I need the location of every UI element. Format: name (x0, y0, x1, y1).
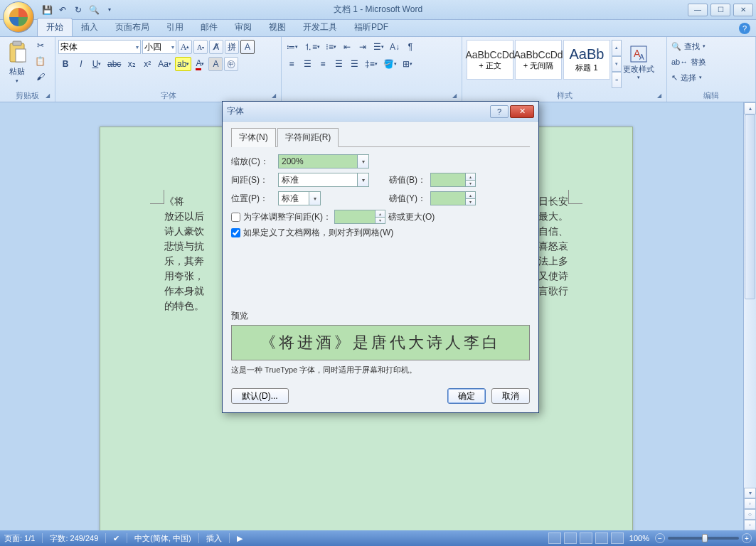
tab-page-layout[interactable]: 页面布局 (107, 18, 158, 36)
view-print-layout[interactable] (548, 532, 561, 544)
styles-dialog-launcher[interactable]: ◢ (656, 92, 665, 100)
status-macro-icon[interactable]: ▶ (237, 534, 243, 543)
view-draft[interactable] (611, 532, 624, 544)
scroll-up-button[interactable]: ▴ (744, 102, 756, 114)
tab-insert[interactable]: 插入 (73, 18, 107, 36)
position-combo[interactable]: 标准 ▾ (278, 191, 321, 205)
qat-save[interactable]: 💾 (40, 3, 54, 17)
office-button[interactable] (3, 1, 34, 33)
qat-customize[interactable]: ▾ (102, 3, 117, 17)
dialog-tab-font[interactable]: 字体(N) (231, 128, 276, 147)
maximize-button[interactable]: ☐ (710, 4, 730, 16)
align-left-button[interactable]: ≡ (284, 57, 299, 71)
scroll-thumb[interactable] (745, 114, 755, 299)
next-page-button[interactable]: ◦ (744, 520, 756, 530)
line-spacing-button[interactable]: ‡≡▾ (363, 57, 380, 71)
vertical-scrollbar[interactable]: ▴ ▾ ◦ ○ ◦ (743, 102, 756, 530)
decrease-indent-button[interactable]: ⇤ (340, 40, 354, 54)
shading-button[interactable]: 🪣▾ (381, 57, 399, 71)
help-icon[interactable]: ? (739, 23, 750, 34)
view-outline[interactable] (595, 532, 608, 544)
font-dialog-launcher[interactable]: ◢ (271, 92, 279, 100)
tab-mailings[interactable]: 邮件 (192, 18, 226, 36)
style-scroll-up[interactable]: ▴ (612, 40, 622, 56)
spin-down[interactable]: ▾ (465, 181, 475, 187)
bold-button[interactable]: B (58, 57, 73, 71)
numbering-button[interactable]: ⒈≡▾ (302, 40, 322, 54)
scroll-down-button[interactable]: ▾ (744, 488, 756, 498)
select-button[interactable]: ↖选择▾ (670, 70, 752, 85)
style-heading-1[interactable]: AaBb 标题 1 (563, 40, 610, 80)
qat-print-preview[interactable]: 🔍 (87, 3, 101, 17)
zoom-slider[interactable] (668, 537, 739, 540)
close-button[interactable]: ✕ (733, 4, 753, 16)
show-hide-button[interactable]: ¶ (403, 40, 417, 54)
spin-up[interactable]: ▴ (465, 192, 475, 199)
dialog-tab-character-spacing[interactable]: 字符间距(R) (277, 128, 339, 147)
bullets-button[interactable]: ≔▾ (284, 40, 300, 54)
paste-button[interactable]: 粘贴 ▾ (3, 38, 31, 85)
sort-button[interactable]: A↓ (388, 40, 402, 54)
zoom-out-button[interactable]: − (655, 533, 665, 543)
view-web-layout[interactable] (580, 532, 592, 544)
dialog-help-button[interactable]: ? (490, 105, 509, 118)
character-border-button[interactable]: A (240, 40, 255, 54)
status-proofing-icon[interactable]: ✔ (113, 534, 119, 543)
align-right-button[interactable]: ≡ (316, 57, 330, 71)
zoom-in-button[interactable]: + (742, 533, 752, 543)
change-styles-button[interactable]: AA 更改样式 ▾ (623, 38, 654, 85)
tab-review[interactable]: 审阅 (226, 18, 260, 36)
spin-down[interactable]: ▾ (465, 199, 475, 205)
subscript-button[interactable]: x₂ (124, 57, 139, 71)
status-words[interactable]: 字数: 249/249 (50, 533, 98, 544)
font-color-button[interactable]: A▾ (193, 57, 207, 71)
multilevel-list-button[interactable]: ⁝≡▾ (324, 40, 339, 54)
qat-redo[interactable]: ↻ (71, 3, 85, 17)
zoom-level[interactable]: 100% (629, 534, 649, 542)
style-scroll-down[interactable]: ▾ (612, 56, 622, 73)
grow-font-button[interactable]: A▴ (178, 40, 192, 54)
underline-button[interactable]: U▾ (90, 57, 104, 71)
clear-formatting-button[interactable]: A̸ (209, 40, 223, 54)
shrink-font-button[interactable]: A▾ (193, 40, 208, 54)
dialog-close-button[interactable]: ✕ (510, 105, 534, 118)
font-name-combo[interactable]: 宋体▾ (58, 40, 141, 54)
distribute-button[interactable]: ☰ (347, 57, 361, 71)
tab-view[interactable]: 视图 (260, 18, 294, 36)
spin-down[interactable]: ▾ (375, 218, 385, 224)
tab-foxit-pdf[interactable]: 福昕PDF (346, 18, 397, 36)
strikethrough-button[interactable]: abc (105, 57, 123, 71)
style-no-spacing[interactable]: AaBbCcDd + 无间隔 (515, 40, 562, 80)
increase-indent-button[interactable]: ⇥ (356, 40, 370, 54)
browse-object-button[interactable]: ○ (744, 509, 756, 520)
prev-page-button[interactable]: ◦ (744, 498, 756, 509)
tab-developer[interactable]: 开发工具 (294, 18, 346, 36)
tab-references[interactable]: 引用 (158, 18, 192, 36)
spin-up[interactable]: ▴ (465, 173, 475, 181)
status-insert-mode[interactable]: 插入 (206, 533, 222, 544)
scale-combo[interactable]: 200% ▾ (278, 154, 369, 168)
tab-home[interactable]: 开始 (37, 18, 73, 36)
style-normal[interactable]: AaBbCcDd + 正文 (467, 40, 513, 80)
replace-button[interactable]: ab↔替换 (670, 54, 752, 70)
style-gallery-more[interactable]: ≡ (612, 72, 622, 88)
asian-layout-button[interactable]: ☰▾ (371, 40, 386, 54)
align-center-button[interactable]: ☰ (300, 57, 314, 71)
ok-button[interactable]: 确定 (447, 388, 486, 404)
clipboard-dialog-launcher[interactable]: ◢ (45, 92, 53, 100)
format-painter-button[interactable]: 🖌 (33, 70, 48, 84)
default-button[interactable]: 默认(D)... (231, 388, 289, 404)
cut-button[interactable]: ✂ (33, 38, 48, 53)
status-language[interactable]: 中文(简体, 中国) (134, 533, 191, 544)
justify-button[interactable]: ☰ (331, 57, 346, 71)
italic-button[interactable]: I (74, 57, 88, 71)
superscript-button[interactable]: x² (140, 57, 154, 71)
paragraph-dialog-launcher[interactable]: ◢ (452, 92, 460, 100)
highlight-button[interactable]: ab▾ (175, 57, 191, 71)
spacing-combo[interactable]: 标准 ▾ (278, 173, 369, 187)
view-full-screen[interactable] (564, 532, 577, 544)
position-pt-spinner[interactable]: ▴▾ (430, 191, 476, 205)
spacing-pt-spinner[interactable]: ▴▾ (430, 173, 476, 187)
qat-undo[interactable]: ↶ (55, 3, 70, 17)
enclose-characters-button[interactable]: ㊥ (224, 57, 238, 71)
